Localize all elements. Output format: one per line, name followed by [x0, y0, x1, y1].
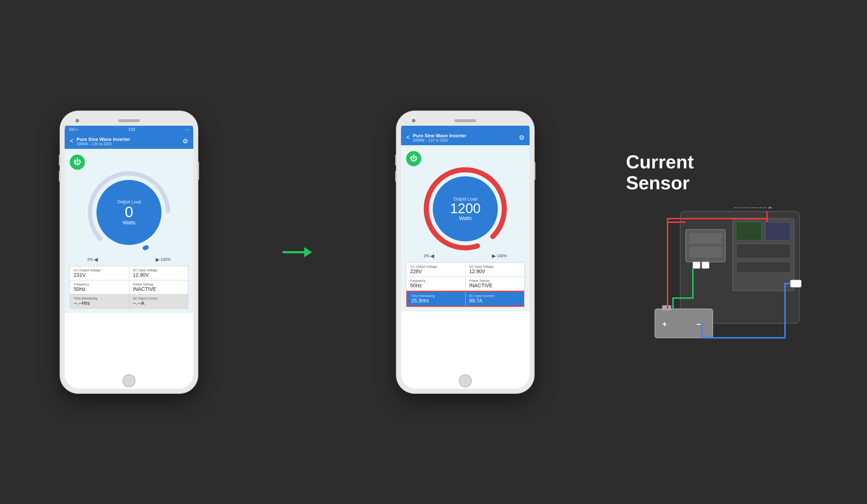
- phone1-power-icon: ⏻: [74, 158, 81, 166]
- phone1-dc-current-value: --.--A: [133, 300, 185, 306]
- svg-rect-6: [689, 233, 722, 244]
- battery-label: —: [185, 128, 189, 132]
- phone2-stats-row-2-highlighted: Time Remaining 25.3Hrs DC Input Current …: [406, 291, 524, 307]
- phone2-right-arrow: ▶: [492, 253, 496, 259]
- phone1-gauge-value: 0: [125, 204, 133, 220]
- circuit-diagram: + −: [626, 201, 807, 352]
- phone1-app-header: < Pure Sine Wave Inverter 1000W – 12V to…: [65, 134, 193, 149]
- phone1-ac-voltage-cell: AC Output Voltage 231V: [70, 266, 129, 280]
- phone1-pct-low-label: 0%: [87, 257, 93, 262]
- arrow-line: [282, 251, 304, 253]
- current-sensor-title: Current Sensor: [626, 152, 694, 193]
- phone2-power-button[interactable]: ⏻: [406, 151, 421, 166]
- phone2-dc-voltage-cell: DC Input Voltage 12.90V: [466, 263, 525, 276]
- phone2-freq-value: 50Hz: [410, 283, 462, 288]
- phone1-stats-row-2: Time Remaining --.--Hrs DC Input Current…: [70, 294, 188, 308]
- phone2-settings-button[interactable]: ⚙: [519, 134, 525, 142]
- phone1-power-saving-cell: Power Saving INACTIVE: [129, 280, 188, 294]
- phone1-dc-voltage-value: 12.90V: [133, 272, 185, 278]
- svg-text:−: −: [696, 320, 701, 329]
- phone2-app-body: ⏻ Output Load 1200 Watts: [401, 145, 530, 311]
- phone2-content: < Pure Sine Wave Inverter 1000W – 12V to…: [401, 126, 530, 389]
- phone2-side-button-power: [534, 162, 535, 180]
- phone2-stats-row-1: Frequency 50Hz Power Saving INACTIVE: [406, 277, 524, 291]
- phone2-dc-current-label: DC Input Current: [469, 294, 520, 298]
- phone1-time-label: Time Remaining: [74, 297, 125, 300]
- phone2-gauge-label: Output Load: [453, 197, 477, 202]
- phone2-freq-cell: Frequency 50Hz: [406, 277, 466, 290]
- phone1-freq-label: Frequency: [74, 283, 125, 286]
- phone2-percent-high: ▶ 100%: [492, 253, 507, 259]
- phone1-percent-low: 0% ◀: [87, 257, 98, 262]
- phone2-back-button[interactable]: <: [406, 134, 410, 141]
- phone2-gauge-center: Output Load 1200 Watts: [433, 176, 498, 241]
- green-arrow-container: [282, 247, 312, 257]
- phone1-power-saving-value: INACTIVE: [133, 286, 185, 292]
- phone1-dc-current-label: DC Input Current: [133, 297, 185, 300]
- phone1-speaker: [118, 119, 140, 122]
- phone2-pct-high-label: 100%: [497, 254, 507, 258]
- phone2-speaker: [454, 119, 476, 122]
- phone2-power-saving-value: INACTIVE: [469, 283, 521, 288]
- phone1-top-bar: [65, 116, 193, 126]
- carrier-label: SIU +: [69, 128, 78, 132]
- phone1-gauge: Output Load 0 Watts: [86, 169, 172, 256]
- phone2-gauge-indicators: 0% ◀ ▶ 100%: [424, 253, 507, 259]
- phone1-home-button[interactable]: [122, 374, 135, 387]
- phone1-content: SIU + 3:02 — < Pure Sine Wave Inverter 1…: [65, 126, 193, 389]
- phone2-dc-current-cell-highlighted: DC Input Current 99.7A: [466, 292, 523, 306]
- phone2-app-header: < Pure Sine Wave Inverter 1000W – 12V to…: [401, 130, 530, 145]
- phone1-ac-voltage-label: AC Output Voltage: [74, 268, 125, 272]
- svg-text:+: +: [662, 320, 667, 329]
- svg-rect-13: [790, 280, 801, 287]
- phone1-time-cell: Time Remaining --.--Hrs: [70, 294, 129, 308]
- phone1-title-block: Pure Sine Wave Inverter 1000W – 12V to 2…: [77, 137, 130, 146]
- phone1-settings-button[interactable]: ⚙: [182, 137, 188, 145]
- phone1-left-arrow: ◀: [94, 257, 98, 262]
- phone2-stats-row-0: AC Output Voltage 228V DC Input Voltage …: [406, 263, 524, 277]
- svg-rect-7: [689, 247, 722, 258]
- phone1-mockup: SIU + 3:02 — < Pure Sine Wave Inverter 1…: [60, 111, 198, 393]
- time-label: 3:02: [128, 128, 135, 132]
- current-sensor-title-line2: Sensor: [626, 172, 690, 193]
- phone2-title: Pure Sine Wave Inverter: [413, 133, 466, 138]
- main-container: SIU + 3:02 — < Pure Sine Wave Inverter 1…: [0, 0, 867, 504]
- phone2-header-left: < Pure Sine Wave Inverter 1000W – 12V to…: [406, 133, 466, 142]
- green-arrow: [282, 247, 312, 257]
- phone2-percent-low: 0% ◀: [424, 253, 434, 259]
- phone1-status-bar: SIU + 3:02 —: [65, 126, 193, 134]
- phone1-dc-voltage-label: DC Input Voltage: [133, 268, 185, 272]
- phone2-ac-voltage-value: 228V: [410, 268, 462, 274]
- phone2-camera: [412, 119, 415, 122]
- phone1-gauge-center: Output Load 0 Watts: [96, 180, 161, 245]
- phone2-time-cell-highlighted: Time Remaining 25.3Hrs: [407, 292, 466, 306]
- svg-rect-19: [702, 262, 709, 268]
- phone1-subtitle: 1000W – 12V to 230V: [77, 142, 130, 146]
- phone2-dc-current-value: 99.7A: [469, 298, 520, 303]
- phone1-gauge-indicators: 0% ◀ ▶ 100%: [87, 257, 171, 262]
- current-sensor-title-line1: Current: [626, 151, 694, 172]
- phone1-pct-high-label: 100%: [160, 257, 171, 262]
- phone2-home-button[interactable]: [459, 374, 472, 387]
- phone1-freq-value: 50Hz: [74, 286, 125, 292]
- phone2-dc-voltage-label: DC Input Voltage: [469, 265, 521, 268]
- phone2-gauge-value: 1200: [450, 202, 481, 215]
- phone1-dc-voltage-cell: DC Input Voltage 12.90V: [129, 266, 188, 280]
- phone1-power-saving-label: Power Saving: [133, 283, 185, 286]
- phone1-app-body: ⏻ Output Load 0 Watts: [65, 149, 193, 313]
- phone2-power-icon: ⏻: [410, 154, 417, 163]
- phone1-inner: SIU + 3:02 — < Pure Sine Wave Inverter 1…: [65, 116, 193, 389]
- phone1-dc-current-cell: DC Input Current --.--A: [129, 294, 188, 308]
- phone1-header-left: < Pure Sine Wave Inverter 1000W – 12V to…: [70, 137, 130, 146]
- phone1-time-value: --.--Hrs: [74, 300, 125, 306]
- phone2-title-block: Pure Sine Wave Inverter 1000W – 12V to 2…: [413, 133, 466, 142]
- circuit-svg: + −: [626, 201, 807, 352]
- phone2-ac-voltage-label: AC Output Voltage: [410, 265, 462, 268]
- phone2-status-bar: [401, 126, 530, 130]
- phone2-ac-voltage-cell: AC Output Voltage 228V: [406, 263, 466, 276]
- phone1-back-button[interactable]: <: [70, 137, 74, 145]
- svg-rect-9: [736, 222, 762, 240]
- phone1-power-button[interactable]: ⏻: [70, 155, 85, 170]
- phone2-subtitle: 1000W – 12V to 230V: [413, 138, 466, 142]
- side-button-vol-up: [59, 155, 60, 165]
